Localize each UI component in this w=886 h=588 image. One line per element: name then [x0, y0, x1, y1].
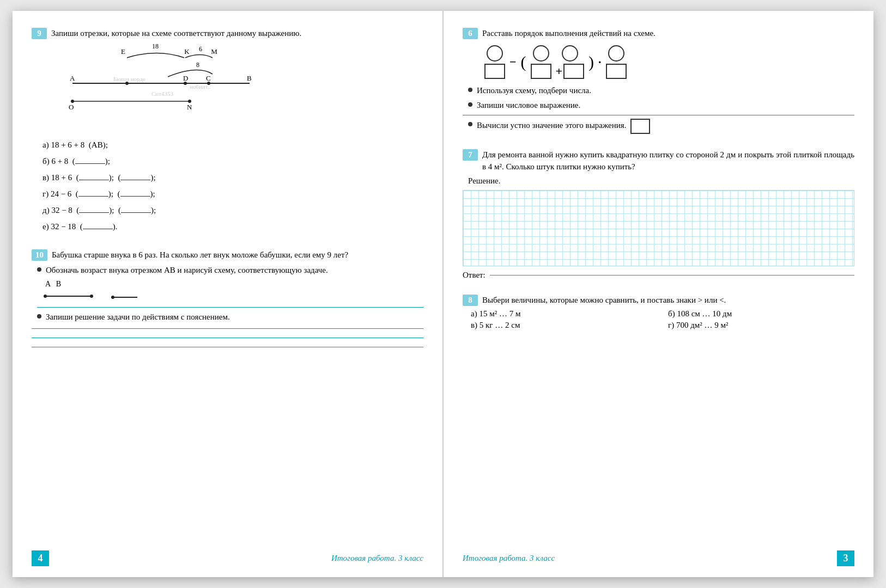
answer-box-6 [630, 119, 650, 134]
svg-point-26 [111, 296, 114, 299]
task10-bullet1-text: Обозначь возраст внука отрезком АВ и нар… [46, 264, 328, 277]
close-paren: ) [588, 54, 594, 70]
left-page: 9 Запиши отрезки, которые на схеме соотв… [13, 11, 444, 577]
svg-text:B: B [247, 74, 252, 82]
svg-text:E: E [121, 47, 125, 56]
order-circle2 [533, 45, 549, 62]
task6-bullet2-text: Запиши числовое выражение. [477, 99, 580, 112]
task10-block: 10 Бабушка старше внука в 6 раз. На скол… [32, 249, 423, 350]
task6-text: Расставь порядок выполнения действий на … [482, 27, 656, 40]
right-footer-text: Итоговая работа. 3 класс [463, 554, 555, 563]
answer-d: д) 32 − 8 (); (); [43, 203, 423, 218]
bullet-icon4 [468, 102, 472, 107]
task6-number: 6 [463, 28, 478, 39]
svg-text:но6нит..: но6нит.. [190, 83, 210, 90]
answer-e: е) 32 − 18 (). [43, 219, 423, 234]
plus-op: + [556, 64, 563, 78]
segment-line2-svg [105, 293, 170, 303]
segment-ab-svg [37, 290, 102, 303]
svg-point-24 [90, 295, 93, 298]
task10-bullet2-text: Запиши решение задачи по действиям с поя… [46, 311, 230, 323]
answer-label: Ответ: [463, 271, 486, 280]
right-page: 6 Расставь порядок выполнения действий н… [444, 11, 873, 577]
task10-bullet1: Обозначь возраст внука отрезком АВ и нар… [37, 264, 423, 277]
task8-text: Выбери величины, которые можно сравнить,… [482, 294, 726, 307]
svg-text:D: D [183, 74, 188, 82]
task8-block: 8 Выбери величины, которые можно сравнит… [463, 294, 854, 330]
answer-a: а) 18 + 6 + 8 (АВ); [43, 138, 423, 152]
multiply-op: · [598, 55, 602, 69]
answer-b: б) 6 + 8 (); [43, 154, 423, 169]
order-circle1 [487, 45, 503, 62]
right-page-number: 3 [837, 550, 854, 566]
svg-text:Бюши норде: Бюши норде [113, 76, 145, 82]
open-paren: ( [521, 54, 526, 70]
formula-rect1 [484, 64, 505, 79]
left-page-footer: 4 Итоговая работа. 3 класс [32, 542, 423, 566]
svg-text:8: 8 [196, 61, 199, 69]
segment-diagram-svg: E K M 18 6 8 [43, 44, 293, 131]
svg-text:18: 18 [152, 44, 159, 50]
bullet-icon3 [468, 88, 472, 92]
task6-bullet2: Запиши числовое выражение. [468, 99, 854, 112]
svg-text:6: 6 [199, 45, 202, 53]
left-footer-text: Итоговая работа. 3 класс [331, 554, 423, 563]
task7-text: Для ремонта ванной нужно купить квадратн… [482, 149, 854, 173]
task8-answer-a: а) 15 м² … 7 м [471, 309, 657, 318]
task9-text: Запиши отрезки, которые на схеме соответ… [51, 27, 301, 40]
svg-text:K: K [184, 47, 190, 56]
task8-answers: а) 15 м² … 7 м б) 108 см … 10 дм в) 5 кг… [471, 309, 854, 330]
task9-answers: а) 18 + 6 + 8 (АВ); б) 6 + 8 (); в) 18 +… [43, 138, 423, 234]
order-circle4 [608, 45, 624, 62]
task7-grid [463, 190, 854, 266]
task10-bullet2: Запиши решение задачи по действиям с поя… [37, 311, 423, 323]
task6-block: 6 Расставь порядок выполнения действий н… [463, 27, 854, 137]
task7-block: 7 Для ремонта ванной нужно купить квадра… [463, 149, 854, 283]
task10-segment: A B [37, 280, 423, 308]
task10-number: 10 [32, 249, 47, 261]
svg-text:O: O [69, 103, 74, 111]
formula-rect3 [563, 64, 584, 79]
book-spread: 9 Запиши отрезки, которые на схеме соотв… [13, 11, 873, 577]
task9-diagram: E K M 18 6 8 [43, 44, 423, 133]
task8-number: 8 [463, 295, 478, 306]
answer-v: в) 18 + 6 (); (); [43, 170, 423, 185]
task8-answer-v: в) 5 кг … 2 см [471, 321, 657, 330]
svg-text:A: A [70, 74, 75, 82]
bullet-icon2 [37, 314, 41, 318]
formula-rect2 [531, 64, 551, 79]
task7-answer-row: Ответ: [463, 271, 854, 280]
bullet-icon [37, 267, 41, 272]
svg-point-23 [44, 295, 47, 298]
formula-diagram: − ( + ) · [484, 45, 854, 79]
task9-number: 9 [32, 28, 47, 39]
task6-bullet1: Используя схему, подбери числа. [468, 84, 854, 97]
svg-text:N: N [187, 103, 192, 111]
task7-solution-label: Решение. [468, 176, 854, 186]
task10-text: Бабушка старше внука в 6 раз. На сколько… [52, 249, 348, 261]
minus-op: − [509, 55, 517, 69]
svg-text:C: C [206, 74, 211, 82]
task6-bullet1-text: Используя схему, подбери числа. [477, 84, 591, 97]
svg-text:M: M [211, 47, 217, 56]
order-circle3 [562, 45, 578, 62]
right-page-footer: Итоговая работа. 3 класс 3 [463, 542, 854, 566]
task8-answer-b: б) 108 см … 10 дм [668, 309, 854, 318]
left-page-number: 4 [32, 550, 49, 566]
bullet-icon5 [468, 122, 472, 126]
task6-bullet3: Вычисли устно значение этого выражения. [468, 119, 854, 134]
answer-g: г) 24 − 6 (); (); [43, 187, 423, 201]
formula-rect4 [606, 64, 627, 79]
task9-block: 9 Запиши отрезки, которые на схеме соотв… [32, 27, 423, 236]
task7-number: 7 [463, 149, 478, 161]
svg-text:Снт435З: Снт435З [151, 90, 174, 97]
task6-bullet3-text: Вычисли устно значение этого выражения. [477, 119, 650, 134]
task8-answer-g: г) 700 дм² … 9 м² [668, 321, 854, 330]
